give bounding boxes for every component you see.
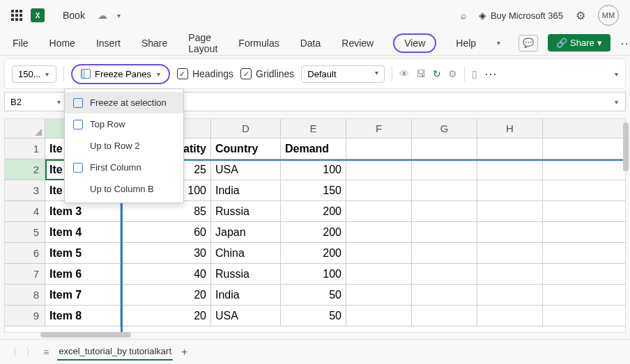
cell[interactable]: 50	[281, 285, 346, 305]
zoom-combo[interactable]: 150...▾	[12, 65, 56, 83]
menu-top-row[interactable]: Top Row	[65, 113, 183, 135]
col-header-f[interactable]: F	[346, 119, 412, 138]
select-all-corner[interactable]	[5, 119, 45, 138]
menu-first-column[interactable]: First Column	[65, 157, 183, 178]
cell[interactable]: Item 7	[45, 285, 121, 305]
font-combo[interactable]: Default▾	[301, 65, 385, 83]
book-icon[interactable]: ▯	[472, 68, 477, 79]
cell[interactable]: India	[211, 180, 281, 200]
reading-view-icon[interactable]: 👁	[399, 68, 409, 79]
tab-formulas[interactable]: Formulas	[237, 35, 280, 52]
comments-button[interactable]: 💬	[518, 35, 538, 52]
gear-icon[interactable]: ⚙	[448, 68, 457, 79]
cell[interactable]	[412, 222, 477, 242]
cell[interactable]: 85	[121, 201, 211, 221]
search-icon[interactable]: ⌕	[461, 10, 466, 21]
user-avatar[interactable]: MM	[598, 5, 619, 26]
gridlines-toggle[interactable]: ✓ Gridlines	[240, 68, 294, 79]
cell[interactable]: Russia	[211, 264, 281, 284]
cell[interactable]	[346, 222, 412, 242]
cell[interactable]: 30	[121, 243, 211, 263]
cell[interactable]	[346, 201, 412, 221]
cell[interactable]: Country	[211, 139, 281, 159]
col-header-g[interactable]: G	[412, 119, 477, 138]
cell[interactable]: 200	[281, 201, 346, 221]
buy-microsoft-365-link[interactable]: ◈ Buy Microsoft 365	[479, 10, 563, 21]
cell[interactable]: USA	[211, 159, 281, 180]
tab-insert[interactable]: Insert	[95, 35, 122, 52]
next-sheet-icon[interactable]: 〉	[26, 346, 35, 358]
menu-freeze-at-selection[interactable]: Freeze at selection	[65, 92, 183, 113]
cell[interactable]: 20	[121, 306, 211, 326]
col-header-d[interactable]: D	[211, 119, 281, 138]
col-header-h[interactable]: H	[477, 119, 543, 138]
app-launcher-icon[interactable]	[11, 10, 22, 21]
cell[interactable]: 60	[121, 222, 211, 242]
settings-icon[interactable]: ⚙	[576, 9, 585, 22]
cell[interactable]	[477, 159, 543, 180]
chevron-down-icon[interactable]: ▾	[497, 39, 500, 47]
cell[interactable]	[346, 159, 412, 180]
more-icon[interactable]: ⋯	[620, 35, 630, 51]
cell[interactable]	[346, 285, 412, 305]
cell[interactable]: 40	[121, 264, 211, 284]
row-header[interactable]: 6	[5, 243, 45, 263]
tab-help[interactable]: Help	[454, 35, 477, 52]
prev-sheet-icon[interactable]: 〈	[8, 346, 17, 358]
tab-home[interactable]: Home	[48, 35, 77, 52]
tab-data[interactable]: Data	[299, 35, 323, 52]
cell[interactable]: 100	[281, 264, 346, 284]
cell[interactable]	[412, 180, 477, 200]
cell[interactable]: Demand	[281, 139, 346, 159]
cell[interactable]: 50	[281, 306, 346, 326]
chevron-down-icon[interactable]: ▾	[615, 70, 618, 78]
cell[interactable]	[477, 306, 543, 326]
cell[interactable]	[412, 285, 477, 305]
tab-review[interactable]: Review	[340, 35, 375, 52]
row-header[interactable]: 8	[5, 285, 45, 305]
cell[interactable]	[412, 159, 477, 180]
tab-share[interactable]: Share	[140, 35, 169, 52]
cell[interactable]	[477, 201, 543, 221]
headings-toggle[interactable]: ✓ Headings	[177, 68, 233, 79]
row-header[interactable]: 5	[5, 222, 45, 242]
cell[interactable]	[346, 243, 412, 263]
vertical-scrollbar[interactable]	[623, 122, 629, 171]
col-header-e[interactable]: E	[281, 119, 346, 138]
document-name[interactable]: Book	[63, 10, 85, 21]
cell[interactable]: 100	[281, 159, 346, 180]
cell[interactable]	[477, 285, 543, 305]
sync-icon[interactable]: ↻	[433, 68, 441, 79]
sheet-tab[interactable]: excel_tutorial_by tutorialkart	[57, 343, 173, 361]
cell[interactable]: Russia	[211, 201, 281, 221]
menu-up-to-row-2[interactable]: Up to Row 2	[65, 135, 183, 157]
cell[interactable]	[477, 264, 543, 284]
row-header[interactable]: 9	[5, 306, 45, 326]
cell[interactable]: Item 8	[45, 306, 121, 326]
cell[interactable]: 20	[121, 285, 211, 305]
cell[interactable]	[346, 139, 412, 159]
menu-up-to-column-b[interactable]: Up to Column B	[65, 178, 183, 200]
cell[interactable]	[477, 180, 543, 200]
row-header[interactable]: 7	[5, 264, 45, 284]
chevron-down-icon[interactable]: ▾	[615, 98, 618, 106]
save-icon[interactable]: 🖫	[416, 68, 426, 79]
tab-view[interactable]: View	[393, 33, 436, 53]
cell[interactable]	[346, 264, 412, 284]
cell[interactable]: Japan	[211, 222, 281, 242]
cell[interactable]	[346, 306, 412, 326]
horizontal-scrollbar[interactable]	[40, 332, 131, 338]
cell[interactable]	[412, 243, 477, 263]
cell[interactable]: Item 5	[45, 243, 121, 263]
row-header[interactable]: 2	[5, 159, 45, 180]
add-sheet-button[interactable]: +	[181, 346, 187, 358]
cell[interactable]	[412, 306, 477, 326]
cell[interactable]	[477, 139, 543, 159]
cell[interactable]: Item 3	[45, 201, 121, 221]
tab-page-layout[interactable]: Page Layout	[187, 29, 219, 57]
more-icon[interactable]: ⋯	[484, 66, 498, 81]
freeze-panes-button[interactable]: Freeze Panes ▾	[71, 64, 170, 84]
cell[interactable]	[412, 139, 477, 159]
row-header[interactable]: 3	[5, 180, 45, 200]
cell[interactable]: 200	[281, 243, 346, 263]
